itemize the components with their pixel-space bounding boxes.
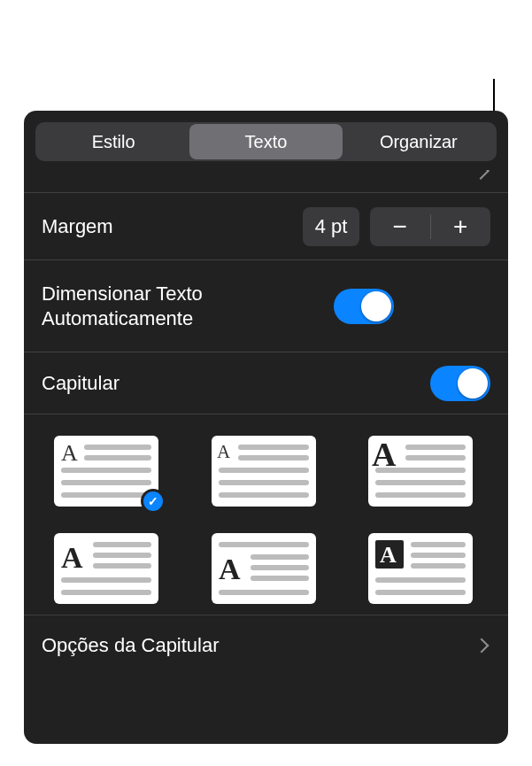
autosize-row: Dimensionar Texto Automaticamente xyxy=(24,260,508,352)
margin-stepper: − + xyxy=(370,207,490,246)
svg-rect-9 xyxy=(219,492,309,498)
svg-rect-23 xyxy=(251,576,309,581)
content-scroll: Margem 4 pt − + Dimensionar Texto Automa… xyxy=(24,170,508,744)
checkmark-icon: ✓ xyxy=(141,489,166,514)
dropcap-style-boxed[interactable]: A xyxy=(368,533,473,604)
svg-rect-26 xyxy=(411,542,466,547)
svg-rect-14 xyxy=(375,492,466,498)
dropcap-style-raised-small[interactable]: A ✓ xyxy=(54,436,158,507)
previous-row-cutoff[interactable] xyxy=(24,170,508,193)
letter-a-icon: A xyxy=(372,436,397,473)
dropcap-style-grid: A ✓ A xyxy=(24,414,508,615)
svg-rect-12 xyxy=(375,468,466,473)
dropcap-options-link[interactable]: Opções da Capitular xyxy=(24,615,508,676)
dropcap-row: Capitular xyxy=(24,352,508,414)
svg-rect-6 xyxy=(238,455,309,460)
svg-rect-27 xyxy=(411,553,466,558)
svg-rect-24 xyxy=(219,590,309,595)
letter-a-icon: A xyxy=(380,542,397,568)
dropcap-style-raised-medium[interactable]: A xyxy=(212,436,316,507)
svg-rect-30 xyxy=(375,590,466,595)
dropcap-label: Capitular xyxy=(42,371,430,396)
tab-text[interactable]: Texto xyxy=(189,124,342,159)
autosize-toggle[interactable] xyxy=(334,289,394,324)
letter-a-icon: A xyxy=(61,541,83,574)
svg-rect-13 xyxy=(375,480,466,485)
margin-decrease-button[interactable]: − xyxy=(370,207,430,246)
svg-rect-3 xyxy=(61,480,151,485)
tab-bar: Estilo Texto Organizar xyxy=(35,122,497,161)
margin-increase-button[interactable]: + xyxy=(431,207,491,246)
letter-a-icon: A xyxy=(217,441,231,462)
format-panel: Estilo Texto Organizar Margem 4 pt − + D… xyxy=(24,111,508,744)
svg-rect-20 xyxy=(219,542,309,547)
svg-rect-17 xyxy=(93,563,151,569)
svg-rect-21 xyxy=(251,554,309,560)
dropcap-options-label: Opções da Capitular xyxy=(42,634,476,657)
svg-rect-15 xyxy=(93,542,151,547)
svg-rect-16 xyxy=(93,553,151,558)
svg-rect-18 xyxy=(61,577,151,583)
chevron-right-icon xyxy=(474,638,490,654)
dropcap-toggle[interactable] xyxy=(430,366,490,401)
letter-a-icon: A xyxy=(219,553,241,585)
svg-rect-29 xyxy=(375,577,466,583)
svg-rect-10 xyxy=(405,445,466,450)
dropcap-style-drop-3line[interactable]: A xyxy=(212,533,316,604)
autosize-label: Dimensionar Texto Automaticamente xyxy=(42,282,334,330)
svg-rect-2 xyxy=(61,468,151,473)
svg-rect-5 xyxy=(238,445,309,450)
svg-rect-28 xyxy=(411,563,466,569)
svg-rect-11 xyxy=(405,455,466,460)
margin-value[interactable]: 4 pt xyxy=(303,207,359,246)
svg-rect-1 xyxy=(84,455,151,460)
svg-rect-19 xyxy=(61,590,151,595)
margin-label: Margem xyxy=(42,214,292,239)
dropcap-style-drop-2line[interactable]: A xyxy=(54,533,158,604)
svg-rect-22 xyxy=(251,565,309,570)
svg-rect-0 xyxy=(84,445,151,450)
dropcap-style-raised-large[interactable]: A xyxy=(368,436,473,507)
tab-arrange[interactable]: Organizar xyxy=(343,124,495,159)
letter-a-icon: A xyxy=(61,440,78,466)
svg-rect-7 xyxy=(219,468,309,473)
svg-rect-4 xyxy=(61,492,151,498)
margin-row: Margem 4 pt − + xyxy=(24,193,508,260)
svg-rect-8 xyxy=(219,480,309,485)
tab-style[interactable]: Estilo xyxy=(37,124,189,159)
